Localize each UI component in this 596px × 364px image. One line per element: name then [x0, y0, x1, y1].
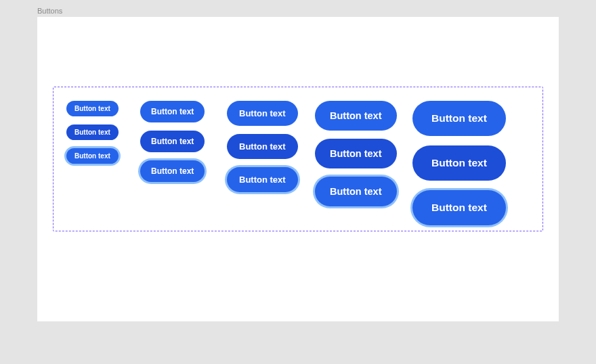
- button-xl-hover[interactable]: Button text: [412, 145, 506, 181]
- button-md-focus[interactable]: Button text: [227, 167, 298, 192]
- button-sm-hover[interactable]: Button text: [140, 131, 205, 152]
- button-lg-default[interactable]: Button text: [315, 101, 397, 131]
- button-xs-focus[interactable]: Button text: [66, 148, 119, 164]
- button-xl-default[interactable]: Button text: [412, 101, 506, 136]
- button-xs-default[interactable]: Button text: [66, 101, 119, 116]
- button-sm-focus[interactable]: Button text: [140, 160, 205, 182]
- button-column-xs: Button text Button text Button text: [66, 101, 119, 164]
- button-column-xl: Button text Button text Button text: [412, 101, 506, 225]
- button-md-hover[interactable]: Button text: [227, 134, 298, 159]
- button-lg-focus[interactable]: Button text: [315, 177, 397, 206]
- design-canvas: Button text Button text Button text Butt…: [37, 17, 559, 321]
- frame-label: Buttons: [37, 7, 62, 15]
- button-md-default[interactable]: Button text: [227, 101, 298, 126]
- button-xs-hover[interactable]: Button text: [66, 124, 119, 140]
- button-lg-hover[interactable]: Button text: [315, 139, 397, 168]
- button-xl-focus[interactable]: Button text: [412, 190, 506, 225]
- button-sm-default[interactable]: Button text: [140, 101, 205, 122]
- button-column-md: Button text Button text Button text: [227, 101, 298, 192]
- buttons-component-group[interactable]: Button text Button text Button text Butt…: [53, 87, 543, 231]
- button-column-sm: Button text Button text Button text: [140, 101, 205, 182]
- button-column-lg: Button text Button text Button text: [315, 101, 397, 206]
